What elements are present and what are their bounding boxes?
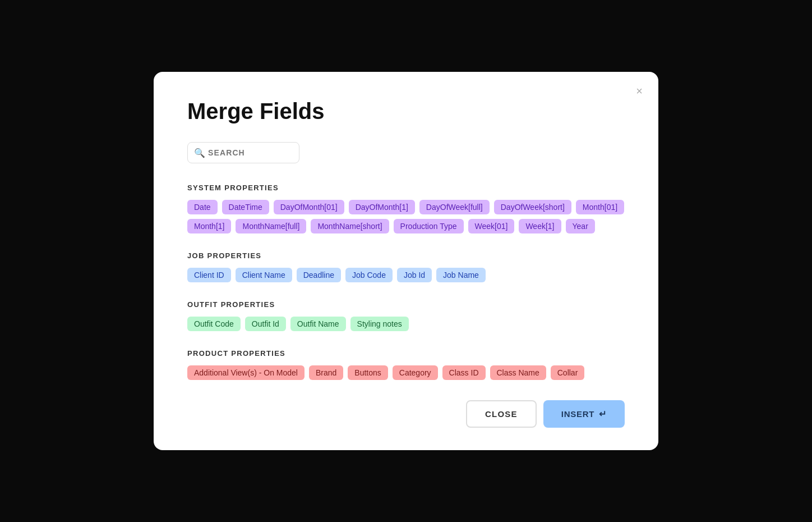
section-title-product: PRODUCT PROPERTIES	[187, 349, 625, 358]
tag-item[interactable]: Outfit Id	[245, 317, 286, 331]
tag-item[interactable]: Week[01]	[468, 219, 515, 233]
section-job: JOB PROPERTIESClient IDClient NameDeadli…	[187, 251, 625, 282]
tag-item[interactable]: DayOfWeek[full]	[419, 200, 490, 214]
tag-item[interactable]: Styling notes	[350, 317, 409, 331]
section-title-system: SYSTEM PROPERTIES	[187, 184, 625, 192]
tag-item[interactable]: Client Name	[236, 268, 292, 282]
tag-item[interactable]: Outfit Code	[187, 317, 241, 331]
tag-item[interactable]: Buttons	[348, 365, 387, 380]
section-outfit: OUTFIT PROPERTIESOutfit CodeOutfit IdOut…	[187, 300, 625, 331]
section-system: SYSTEM PROPERTIESDateDateTimeDayOfMonth[…	[187, 184, 625, 233]
tag-item[interactable]: Production Type	[394, 219, 464, 233]
tag-item[interactable]: Year	[566, 219, 595, 233]
close-button[interactable]: CLOSE	[466, 400, 537, 428]
tag-item[interactable]: DateTime	[222, 200, 269, 214]
tags-job: Client IDClient NameDeadlineJob CodeJob …	[187, 268, 625, 282]
section-title-job: JOB PROPERTIES	[187, 251, 625, 260]
tag-item[interactable]: Deadline	[297, 268, 341, 282]
insert-icon: ↵	[599, 409, 607, 419]
tag-item[interactable]: Job Code	[345, 268, 393, 282]
merge-fields-modal: × Merge Fields 🔍 SYSTEM PROPERTIESDateDa…	[154, 72, 658, 450]
tag-item[interactable]: Class ID	[442, 365, 486, 380]
section-title-outfit: OUTFIT PROPERTIES	[187, 300, 625, 309]
tag-item[interactable]: DayOfWeek[short]	[494, 200, 571, 214]
tag-item[interactable]: Class Name	[490, 365, 546, 380]
tag-item[interactable]: Brand	[309, 365, 343, 380]
tag-item[interactable]: Month[1]	[187, 219, 231, 233]
insert-label: INSERT	[561, 409, 595, 419]
tag-item[interactable]: DayOfMonth[1]	[349, 200, 415, 214]
tag-item[interactable]: Week[1]	[519, 219, 561, 233]
tag-item[interactable]: DayOfMonth[01]	[274, 200, 344, 214]
modal-close-x-button[interactable]: ×	[634, 83, 645, 99]
sections-container: SYSTEM PROPERTIESDateDateTimeDayOfMonth[…	[187, 184, 625, 380]
tag-item[interactable]: Job Name	[436, 268, 486, 282]
tags-system: DateDateTimeDayOfMonth[01]DayOfMonth[1]D…	[187, 200, 625, 233]
tag-item[interactable]: Month[01]	[576, 200, 624, 214]
tag-item[interactable]: Collar	[551, 365, 585, 380]
tags-product: Additional View(s) - On ModelBrandButton…	[187, 365, 625, 380]
tag-item[interactable]: Additional View(s) - On Model	[187, 365, 304, 380]
tag-item[interactable]: Outfit Name	[290, 317, 346, 331]
search-icon: 🔍	[194, 148, 205, 158]
modal-footer: CLOSE INSERT ↵	[187, 400, 625, 428]
insert-button[interactable]: INSERT ↵	[543, 400, 625, 428]
section-product: PRODUCT PROPERTIESAdditional View(s) - O…	[187, 349, 625, 380]
tag-item[interactable]: Job Id	[397, 268, 432, 282]
modal-title: Merge Fields	[187, 99, 625, 124]
modal-backdrop: × Merge Fields 🔍 SYSTEM PROPERTIESDateDa…	[0, 0, 812, 522]
tag-item[interactable]: MonthName[short]	[311, 219, 389, 233]
tags-outfit: Outfit CodeOutfit IdOutfit NameStyling n…	[187, 317, 625, 331]
close-x-icon: ×	[636, 85, 643, 97]
tag-item[interactable]: Client ID	[187, 268, 231, 282]
tag-item[interactable]: MonthName[full]	[236, 219, 306, 233]
tag-item[interactable]: Category	[393, 365, 438, 380]
search-wrapper: 🔍	[187, 142, 625, 163]
tag-item[interactable]: Date	[187, 200, 218, 214]
